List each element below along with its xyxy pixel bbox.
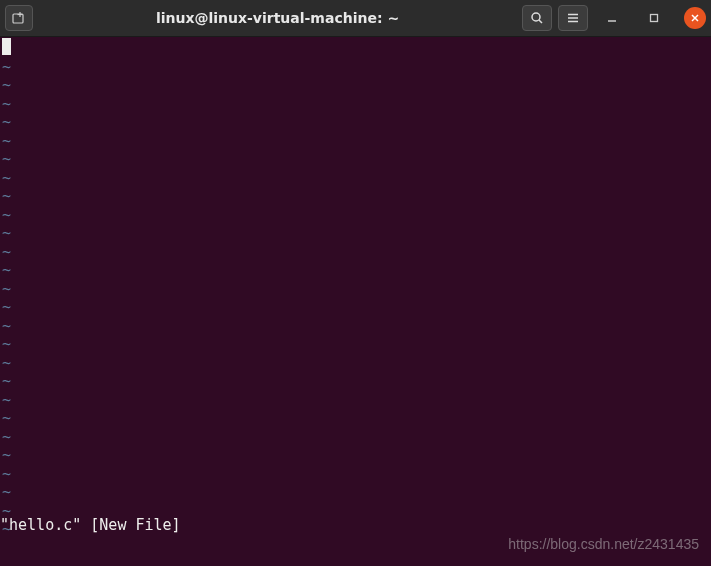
tilde-line: ~ [2,243,711,262]
cursor-line [2,37,711,56]
tilde-line: ~ [2,150,711,169]
new-tab-icon [11,10,27,26]
tilde-line: ~ [2,95,711,114]
tilde-container: ~~~~~~~~~~~~~~~~~~~~~~~~~~ [2,56,711,539]
tilde-line: ~ [2,261,711,280]
vim-status-line: "hello.c" [New File] [0,516,181,535]
window-titlebar: linux@linux-virtual-machine: ~ [0,0,711,37]
close-icon [690,13,700,23]
tilde-line: ~ [2,391,711,410]
tilde-line: ~ [2,206,711,225]
tilde-line: ~ [2,58,711,77]
titlebar-right [522,5,706,31]
search-button[interactable] [522,5,552,31]
cursor-block [2,38,11,55]
close-button[interactable] [684,7,706,29]
tilde-line: ~ [2,280,711,299]
tilde-line: ~ [2,224,711,243]
tilde-line: ~ [2,428,711,447]
titlebar-left [5,5,33,31]
tilde-line: ~ [2,409,711,428]
tilde-line: ~ [2,298,711,317]
tilde-line: ~ [2,465,711,484]
window-title: linux@linux-virtual-machine: ~ [33,10,522,26]
minimize-button[interactable] [600,6,624,30]
svg-line-4 [539,20,542,23]
tilde-line: ~ [2,446,711,465]
menu-button[interactable] [558,5,588,31]
tilde-line: ~ [2,335,711,354]
svg-rect-9 [651,15,658,22]
maximize-icon [648,12,660,24]
tilde-line: ~ [2,132,711,151]
tilde-line: ~ [2,113,711,132]
tilde-line: ~ [2,169,711,188]
new-tab-button[interactable] [5,5,33,31]
tilde-line: ~ [2,372,711,391]
tilde-line: ~ [2,187,711,206]
tilde-line: ~ [2,317,711,336]
hamburger-icon [566,11,580,25]
watermark-text: https://blog.csdn.net/z2431435 [508,536,699,552]
terminal-body[interactable]: ~~~~~~~~~~~~~~~~~~~~~~~~~~ "hello.c" [Ne… [0,37,711,547]
tilde-line: ~ [2,76,711,95]
tilde-line: ~ [2,354,711,373]
tilde-line: ~ [2,483,711,502]
maximize-button[interactable] [642,6,666,30]
minimize-icon [606,12,618,24]
svg-rect-0 [13,14,23,23]
search-icon [530,11,544,25]
svg-point-3 [532,13,540,21]
